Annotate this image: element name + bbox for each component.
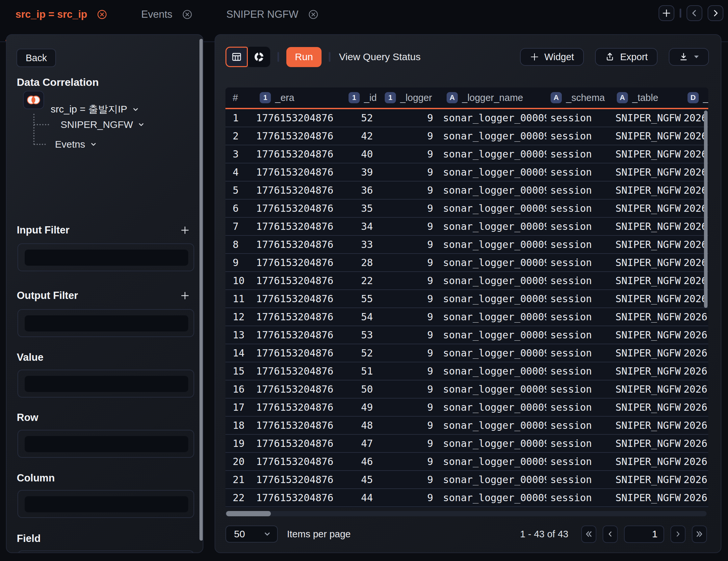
column-header-label: _logger_name <box>462 92 523 103</box>
cell-_table: SNIPER_NGFW <box>612 456 683 467</box>
next-page-button[interactable] <box>670 525 686 543</box>
table-row[interactable]: 211776153204876459sonar_logger_00009sess… <box>225 471 708 489</box>
table-row[interactable]: 11776153204876529sonar_logger_00009sessi… <box>225 109 708 127</box>
cell-_ti: 2026- <box>683 365 708 377</box>
table-horizontal-scrollbar-thumb[interactable] <box>226 511 271 516</box>
tree-root-label: src_ip = 출발지IP <box>51 103 127 116</box>
first-page-button[interactable] <box>581 525 596 543</box>
cell-_id: 55 <box>344 293 380 304</box>
table-view-button[interactable] <box>225 47 248 67</box>
cell-_logger: 9 <box>380 166 441 178</box>
last-page-button[interactable] <box>692 525 707 543</box>
column-header-_ti[interactable]: D_ti <box>683 88 708 108</box>
column-header-_era[interactable]: 1_era <box>255 88 344 108</box>
run-button[interactable]: Run <box>286 47 322 67</box>
cell-_logger: 9 <box>380 185 441 196</box>
tree-connector-horizontal <box>34 144 46 145</box>
table-row[interactable]: 131776153204876539sonar_logger_00009sess… <box>225 326 708 344</box>
table-row[interactable]: 51776153204876369sonar_logger_00009sessi… <box>225 182 708 200</box>
table-row[interactable]: 111776153204876559sonar_logger_00009sess… <box>225 290 708 308</box>
cell-_schema: session <box>546 221 612 232</box>
add-widget-button[interactable]: Widget <box>520 48 584 66</box>
table-row[interactable]: 171776153204876499sonar_logger_00009sess… <box>225 398 708 417</box>
next-tab-button[interactable] <box>708 5 723 21</box>
table-row[interactable]: 201776153204876469sonar_logger_00009sess… <box>225 453 708 471</box>
close-icon[interactable] <box>182 10 192 19</box>
table-row[interactable]: 21776153204876429sonar_logger_00009sessi… <box>225 127 708 145</box>
cell-_logger: 9 <box>380 221 441 232</box>
output-filter-add-button[interactable] <box>178 289 192 302</box>
cell-#: 18 <box>225 420 255 431</box>
prev-page-button[interactable] <box>603 525 618 543</box>
cell-_schema: session <box>546 148 612 160</box>
tree-root-src-ip[interactable]: src_ip = 출발지IP <box>51 103 139 116</box>
column-field[interactable] <box>25 496 188 512</box>
page-size-select[interactable]: 50 <box>225 525 278 543</box>
column-header-_id[interactable]: 1_id <box>344 88 380 108</box>
cell-_schema: session <box>546 347 612 359</box>
table-row[interactable]: 31776153204876409sonar_logger_00009sessi… <box>225 145 708 164</box>
table-row[interactable]: 91776153204876289sonar_logger_00009sessi… <box>225 254 708 272</box>
close-icon[interactable] <box>97 10 107 19</box>
page-number-input[interactable]: 1 <box>624 525 664 543</box>
chart-view-button[interactable] <box>248 47 270 67</box>
table-row[interactable]: 221776153204876449sonar_logger_00009sess… <box>225 489 708 507</box>
column-box <box>17 490 194 518</box>
cell-_table: SNIPER_NGFW <box>612 239 683 250</box>
tree-child-evetns[interactable]: Evetns <box>55 139 97 150</box>
table-row[interactable]: 41776153204876399sonar_logger_00009sessi… <box>225 164 708 182</box>
column-header-#[interactable]: # <box>225 88 255 108</box>
double-chevron-left-icon <box>585 530 593 538</box>
table-row[interactable]: 191776153204876479sonar_logger_00009sess… <box>225 435 708 453</box>
table-row[interactable]: 61776153204876359sonar_logger_00009sessi… <box>225 200 708 218</box>
sidebar-scrollbar[interactable] <box>199 39 203 541</box>
table-body: 11776153204876529sonar_logger_00009sessi… <box>225 109 708 507</box>
column-header-_schema[interactable]: A_schema <box>546 88 612 108</box>
download-menu-button[interactable] <box>669 48 709 66</box>
table-row[interactable]: 151776153204876519sonar_logger_00009sess… <box>225 362 708 380</box>
field-label: Field <box>17 533 40 545</box>
value-field[interactable] <box>25 376 188 392</box>
input-filter-add-button[interactable] <box>178 224 192 237</box>
cell-_id: 39 <box>344 166 380 178</box>
table-horizontal-scrollbar-track[interactable] <box>225 511 707 516</box>
output-filter-field[interactable] <box>25 315 188 331</box>
cell-_ti: 2026- <box>683 329 708 341</box>
table-row[interactable]: 181776153204876489sonar_logger_00009sess… <box>225 417 708 435</box>
tree-child-sniper-ngfw[interactable]: SNIPER_NGFW <box>61 119 145 130</box>
cell-_logger: 9 <box>380 293 441 304</box>
table-row[interactable]: 101776153204876229sonar_logger_00009sess… <box>225 272 708 290</box>
view-query-status-link[interactable]: View Query Status <box>339 51 421 63</box>
export-button[interactable]: Export <box>595 48 658 66</box>
table-row[interactable]: 141776153204876529sonar_logger_00009sess… <box>225 344 708 362</box>
cell-_schema: session <box>546 438 612 449</box>
cell-_logger_name: sonar_logger_00009 <box>441 148 546 160</box>
value-box <box>17 370 194 397</box>
view-toggle <box>225 47 270 67</box>
add-tab-button[interactable] <box>659 5 674 21</box>
cell-_ti: 2026- <box>683 474 708 485</box>
column-header-_logger_name[interactable]: A_logger_name <box>441 88 546 108</box>
table-row[interactable]: 121776153204876549sonar_logger_00009sess… <box>225 308 708 326</box>
column-header-_logger[interactable]: 1_logger <box>380 88 441 108</box>
cell-#: 19 <box>225 438 255 449</box>
table-row[interactable]: 161776153204876509sonar_logger_00009sess… <box>225 380 708 398</box>
cell-_logger: 9 <box>380 383 441 395</box>
column-type-badge: D <box>688 92 699 103</box>
cell-_id: 49 <box>344 401 380 413</box>
column-header-label: _era <box>275 92 294 103</box>
column-type-badge: 1 <box>349 92 360 103</box>
cell-_id: 52 <box>344 347 380 359</box>
cell-#: 4 <box>225 166 255 178</box>
row-field[interactable] <box>25 436 188 452</box>
back-button[interactable]: Back <box>16 49 56 67</box>
table-row[interactable]: 71776153204876349sonar_logger_00009sessi… <box>225 218 708 236</box>
tree-connector-horizontal <box>34 124 49 125</box>
column-header-_table[interactable]: A_table <box>612 88 683 108</box>
table-row[interactable]: 81776153204876339sonar_logger_00009sessi… <box>225 236 708 254</box>
table-vertical-scrollbar[interactable] <box>704 111 708 308</box>
cell-_id: 35 <box>344 203 380 214</box>
input-filter-field[interactable] <box>25 250 188 266</box>
close-icon[interactable] <box>308 10 318 19</box>
prev-tab-button[interactable] <box>687 5 702 21</box>
